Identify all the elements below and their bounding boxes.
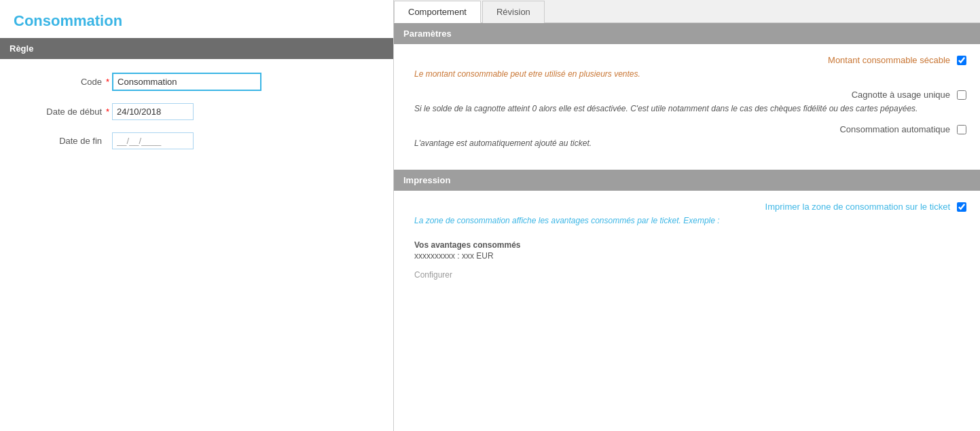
left-panel: Consommation Règle Code * Date de début … — [0, 0, 394, 431]
param-row-cagnotte: Cagnotte à usage unique — [407, 90, 966, 100]
page-title: Consommation — [0, 7, 393, 38]
date-debut-input[interactable] — [112, 103, 194, 120]
param-label-cagnotte: Cagnotte à usage unique — [852, 90, 950, 100]
regle-section-header: Règle — [0, 38, 393, 59]
param-desc-cagnotte: Si le solde de la cagnotte atteint 0 alo… — [407, 104, 966, 113]
date-fin-row: Date de fin * — [14, 132, 380, 149]
param-desc-conso-auto: L'avantage est automatiquement ajouté au… — [407, 138, 966, 148]
param-checkbox-montant[interactable] — [957, 56, 966, 65]
param-checkbox-impression[interactable] — [957, 202, 966, 212]
param-desc-impression: La zone de consommation affiche les avan… — [407, 216, 966, 225]
tab-comportement[interactable]: Comportement — [394, 1, 481, 23]
params-area: Montant consommable sécable Le montant c… — [394, 44, 980, 170]
date-fin-label: Date de fin — [14, 136, 102, 146]
code-row: Code * — [14, 73, 380, 91]
date-debut-row: Date de début * — [14, 103, 380, 120]
preview-line: xxxxxxxxxx : xxx EUR — [414, 251, 960, 261]
tab-content-comportement: Paramètres Montant consommable sécable L… — [394, 23, 980, 431]
configurer-link[interactable]: Configurer — [407, 270, 966, 280]
parametres-header: Paramètres — [394, 23, 980, 44]
date-debut-required-star: * — [106, 107, 109, 117]
param-desc-montant: Le montant consommable peut etre utilisé… — [407, 69, 966, 79]
param-checkbox-conso-auto[interactable] — [957, 125, 966, 134]
impression-area: Imprimer la zone de consommation sur le … — [394, 191, 980, 291]
param-row-conso-auto: Consommation automatique — [407, 124, 966, 134]
code-input[interactable] — [112, 73, 261, 91]
preview-box: Vos avantages consommés xxxxxxxxxx : xxx… — [407, 236, 966, 265]
param-label-montant: Montant consommable sécable — [828, 55, 950, 65]
tab-revision[interactable]: Révision — [482, 1, 545, 23]
param-checkbox-cagnotte[interactable] — [957, 90, 966, 100]
tabs-bar: Comportement Révision — [394, 0, 980, 23]
param-label-conso-auto: Consommation automatique — [839, 124, 950, 134]
preview-title: Vos avantages consommés — [414, 240, 960, 250]
right-panel: Comportement Révision Paramètres Montant… — [394, 0, 980, 431]
param-row-montant: Montant consommable sécable — [407, 55, 966, 65]
code-label: Code — [14, 77, 102, 87]
code-required-star: * — [106, 77, 109, 87]
form-area: Code * Date de début * Date de fin * — [0, 59, 393, 175]
date-debut-label: Date de début — [14, 107, 102, 117]
param-label-impression: Imprimer la zone de consommation sur le … — [765, 202, 950, 212]
impression-header: Impression — [394, 170, 980, 191]
param-row-impression: Imprimer la zone de consommation sur le … — [407, 202, 966, 212]
date-fin-input[interactable] — [112, 132, 194, 149]
